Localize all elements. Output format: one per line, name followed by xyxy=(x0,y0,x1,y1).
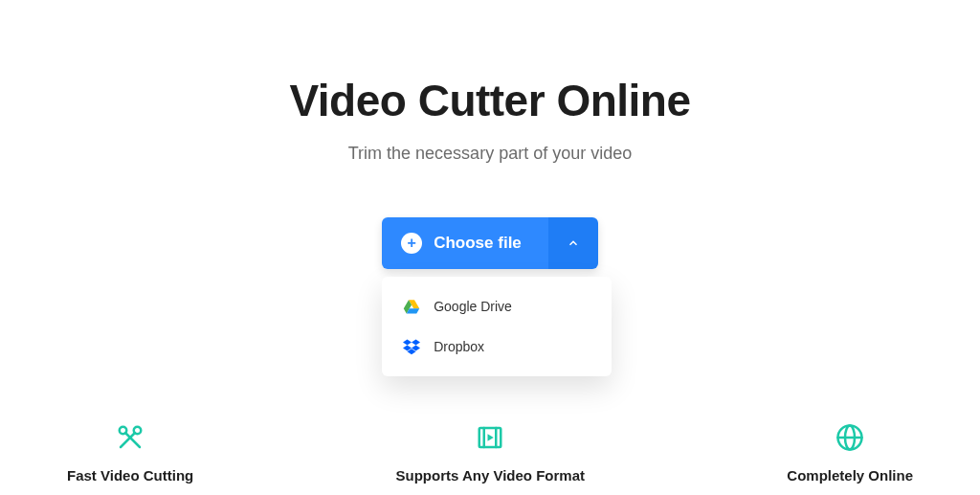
feature-label: Completely Online xyxy=(787,467,913,484)
dropdown-item-google-drive[interactable]: Google Drive xyxy=(382,286,612,326)
dropdown-item-label: Google Drive xyxy=(434,299,512,314)
svg-marker-15 xyxy=(488,434,494,441)
feature-label: Fast Video Cutting xyxy=(67,467,193,484)
svg-marker-3 xyxy=(403,340,412,346)
source-dropdown: Google Drive Dropbox xyxy=(382,277,612,376)
feature-label: Supports Any Video Format xyxy=(396,467,586,484)
choose-file-label: Choose file xyxy=(434,234,522,253)
dropdown-item-label: Dropbox xyxy=(434,339,484,354)
page-subtitle: Trim the necessary part of your video xyxy=(289,144,690,164)
choose-file-group: + Choose file xyxy=(382,217,598,269)
scissors-icon xyxy=(114,421,146,454)
feature-any-format: Supports Any Video Format xyxy=(396,421,586,484)
video-format-icon xyxy=(474,421,506,454)
google-drive-icon xyxy=(403,298,420,315)
hero: Video Cutter Online Trim the necessary p… xyxy=(289,75,690,164)
chevron-up-icon xyxy=(567,236,580,250)
dropbox-icon xyxy=(403,338,420,355)
svg-marker-4 xyxy=(412,340,420,346)
globe-icon xyxy=(834,421,866,454)
choose-file-button[interactable]: + Choose file xyxy=(382,217,548,269)
dropdown-item-dropbox[interactable]: Dropbox xyxy=(382,326,612,367)
feature-row: Fast Video Cutting Supports Any Video Fo… xyxy=(0,421,980,495)
feature-completely-online: Completely Online xyxy=(787,421,913,484)
source-dropdown-toggle[interactable] xyxy=(548,217,598,269)
plus-icon: + xyxy=(401,233,422,254)
page-title: Video Cutter Online xyxy=(289,75,690,126)
feature-fast-cutting: Fast Video Cutting xyxy=(67,421,193,484)
file-chooser: + Choose file Google Drive xyxy=(382,217,598,269)
